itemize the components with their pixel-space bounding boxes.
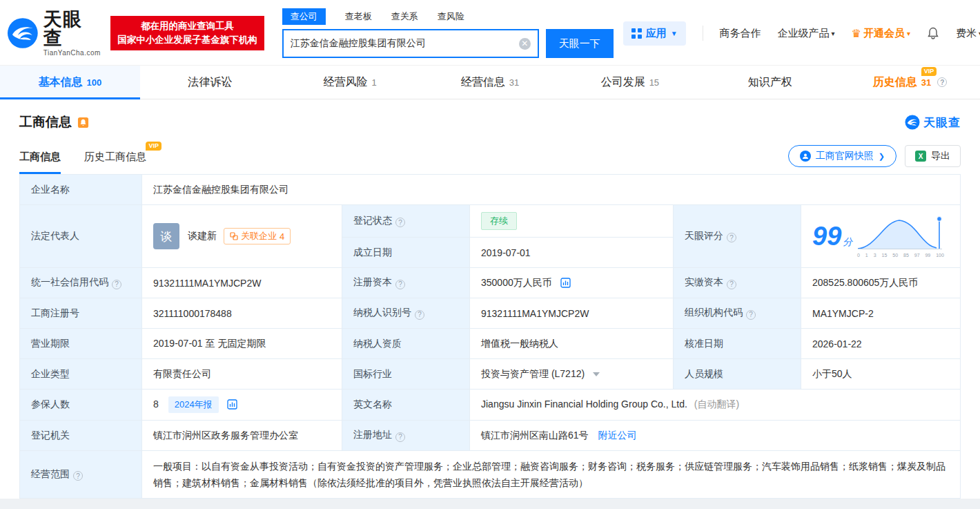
table-row: 统一社会信用代码? 91321111MA1YMJCP2W 注册资本? 35000…	[20, 268, 961, 298]
official-snapshot-button[interactable]: 工商官网快照 ❯	[788, 145, 896, 167]
tab-company-development[interactable]: 公司发展 15	[560, 66, 700, 99]
help-icon[interactable]: ?	[73, 471, 83, 481]
tab-legal-litigation[interactable]: 法律诉讼	[140, 66, 280, 99]
top-header: 天眼查 TianYanCha.com 都在用的商业查询工具 国家中小企业发展子基…	[0, 0, 980, 65]
score-curve-chart: 0131550859799100	[856, 215, 945, 258]
taxpayer-quality-label: 纳税人资质	[342, 329, 470, 359]
menu-cooperation[interactable]: 商务合作	[720, 27, 761, 40]
company-name-label: 企业名称	[20, 175, 142, 205]
export-button[interactable]: X 导出	[905, 145, 961, 167]
crown-icon: ♛	[852, 27, 861, 40]
tab-history-info[interactable]: 历史信息 31 VIP ?	[840, 66, 980, 99]
help-icon[interactable]: ?	[395, 280, 405, 289]
score-axis-labels: 0131550859799100	[856, 253, 945, 258]
industry-label: 国标行业	[342, 359, 470, 390]
legal-rep-label: 法定代表人	[20, 205, 142, 268]
insured-count-value: 8 2024年报	[142, 390, 342, 421]
establish-date-label: 成立日期	[342, 238, 470, 268]
help-icon[interactable]: ?	[937, 77, 947, 87]
search-tab-relation[interactable]: 查关系	[391, 8, 418, 25]
search-input-box: ✕	[282, 29, 539, 58]
help-icon[interactable]: ?	[395, 432, 405, 442]
paid-capital-label: 实缴资本?	[674, 268, 801, 298]
section-title: 工商信息	[19, 113, 72, 131]
help-icon[interactable]: ?	[746, 310, 756, 320]
search-tab-company[interactable]: 查公司	[282, 8, 326, 25]
search-tabs: 查公司 查老板 查关系 查风险	[282, 8, 614, 25]
annual-report-badge[interactable]: 2024年报	[168, 396, 219, 413]
help-icon[interactable]: ?	[415, 310, 424, 320]
tab-business-risk[interactable]: 经营风险 1	[280, 66, 420, 99]
help-icon[interactable]: ?	[727, 280, 736, 289]
table-row: 工商注册号 321111000178488 纳税人识别号? 91321111MA…	[20, 298, 961, 329]
reg-status-value: 存续	[470, 205, 674, 238]
capital-detail-icon[interactable]	[560, 278, 571, 288]
subscribe-bell-icon[interactable]	[77, 117, 89, 128]
search-input[interactable]	[291, 38, 519, 49]
grid-icon	[631, 28, 642, 39]
related-companies-tag[interactable]: 关联企业 4	[224, 228, 291, 244]
business-scope-label: 经营范围?	[20, 451, 142, 499]
avatar[interactable]: 谈	[153, 223, 179, 249]
vip-badge: VIP	[921, 67, 937, 76]
taxpayer-quality-value: 增值税一般纳税人	[470, 329, 674, 359]
notification-bell[interactable]	[927, 27, 939, 39]
excel-icon: X	[915, 151, 926, 162]
bell-icon	[927, 27, 939, 39]
tab-intellectual-property[interactable]: 知识产权	[700, 66, 840, 99]
table-row: 参保人数 8 2024年报 英文名称 Jiangsu	[20, 390, 961, 421]
business-term-value: 2019-07-01 至 无固定期限	[142, 329, 342, 359]
status-badge: 存续	[481, 212, 517, 230]
table-row: 经营范围? 一般项目：以自有资金从事投资活动；自有资金投资的资产管理服务；企业总…	[20, 451, 961, 499]
org-code-value: MA1YMJCP-2	[801, 298, 961, 329]
snapshot-icon	[800, 151, 811, 162]
nearby-companies-link[interactable]: 附近公司	[598, 430, 636, 441]
staff-size-value: 小于50人	[801, 359, 961, 390]
promo-banner: 都在用的商业查询工具 国家中小企业发展子基金旗下机构	[110, 16, 264, 50]
score-value[interactable]: 99	[812, 222, 841, 251]
tianyancha-mini-icon	[905, 115, 920, 130]
english-name-label: 英文名称	[342, 390, 470, 421]
menu-enterprise[interactable]: 企业级产品 ▾	[778, 27, 835, 40]
reg-status-label: 登记状态?	[342, 205, 470, 238]
search-tab-risk[interactable]: 查风险	[438, 8, 464, 25]
help-icon[interactable]: ?	[395, 218, 405, 227]
reg-address-label: 注册地址?	[342, 421, 470, 451]
apps-button[interactable]: 应用 ▼	[623, 21, 686, 46]
business-term-label: 营业期限	[20, 329, 142, 359]
table-row: 营业期限 2019-07-01 至 无固定期限 纳税人资质 增值税一般纳税人 核…	[20, 329, 961, 359]
business-scope-value: 一般项目：以自有资金从事投资活动；自有资金投资的资产管理服务；企业总部管理；融资…	[142, 451, 961, 499]
table-row: 法定代表人 谈 谈建新 关联企业 4	[20, 205, 961, 238]
reg-address-value: 镇江市润州区南山路61号 附近公司	[470, 421, 961, 451]
approval-date-label: 核准日期	[674, 329, 801, 359]
table-row: 企业名称 江苏金信金融控股集团有限公司	[20, 175, 961, 205]
reg-capital-value: 350000万人民币	[470, 268, 674, 298]
clear-icon[interactable]: ✕	[519, 38, 531, 50]
vip-badge: VIP	[146, 142, 161, 151]
chevron-down-icon[interactable]	[593, 372, 600, 376]
user-menu[interactable]: 费米 ▾	[956, 27, 980, 40]
search-button[interactable]: 天眼一下	[546, 29, 614, 58]
subtab-history-business-info[interactable]: 历史工商信息 VIP	[84, 151, 146, 174]
menu-vip[interactable]: ♛ 开通会员 ▾	[852, 27, 910, 40]
table-row: 企业类型 有限责任公司 国标行业 投资与资产管理 (L7212) 人员规模 小于…	[20, 359, 961, 390]
section-head: 工商信息 天眼查	[0, 99, 980, 135]
help-icon[interactable]: ?	[112, 280, 121, 289]
tab-basic-info[interactable]: 基本信息 100	[0, 66, 140, 99]
org-code-label: 组织机构代码?	[674, 298, 801, 329]
legal-rep-name-link[interactable]: 谈建新	[188, 230, 217, 242]
chevron-right-icon: ❯	[879, 152, 885, 161]
tab-business-info[interactable]: 经营信息 31	[420, 66, 560, 99]
table-row: 登记机关 镇江市润州区政务服务管理办公室 注册地址? 镇江市润州区南山路61号 …	[20, 421, 961, 451]
legal-rep-cell: 谈 谈建新 关联企业 4	[142, 205, 342, 268]
score-label: 天眼评分?	[674, 205, 801, 268]
search-area: 查公司 查老板 查关系 查风险 ✕ 天眼一下	[282, 8, 614, 58]
insured-detail-icon[interactable]	[227, 399, 237, 410]
help-icon[interactable]: ?	[727, 233, 736, 242]
tianyancha-logo[interactable]: 天眼查 TianYanCha.com	[7, 10, 101, 57]
score-unit: 分	[843, 236, 852, 247]
search-tab-boss[interactable]: 查老板	[345, 8, 372, 25]
english-name-value: Jiangsu Jinxin Financial Holding Group C…	[470, 390, 961, 421]
subtab-business-info[interactable]: 工商信息	[19, 151, 61, 174]
reg-authority-label: 登记机关	[20, 421, 142, 451]
